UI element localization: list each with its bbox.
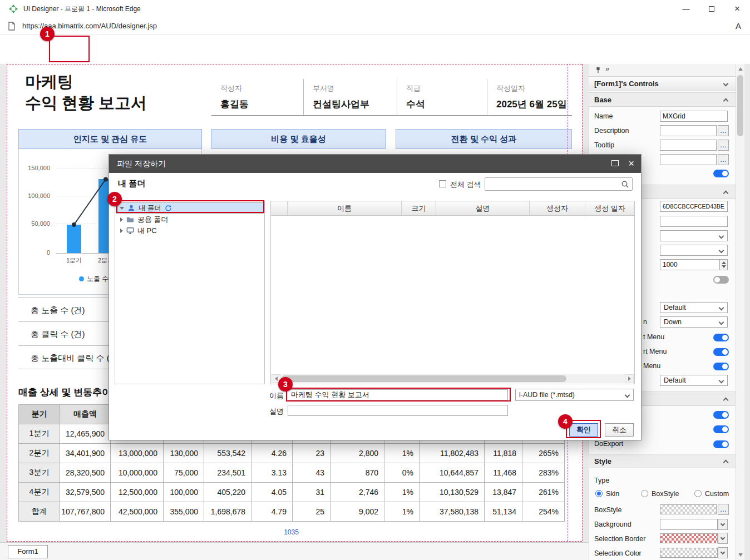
prop-input-6[interactable] xyxy=(660,216,728,227)
dialog-close-icon[interactable]: × xyxy=(628,155,634,173)
radio-boxstyle[interactable] xyxy=(641,490,648,497)
prop-toggle-off[interactable] xyxy=(713,276,729,284)
sales-section-title: 매출 상세 및 변동추이 xyxy=(18,386,111,399)
form-boundary-left xyxy=(7,64,7,541)
form1-tab[interactable]: Form1 xyxy=(8,545,48,558)
dialog-titlebar[interactable]: 파일 저장하기 × xyxy=(109,155,641,173)
prop-select-down[interactable]: Down xyxy=(660,316,728,328)
prop-toggle-1[interactable] xyxy=(713,170,729,177)
prop-toggle-3[interactable] xyxy=(713,425,729,433)
meta-author: 작성자홍길동 xyxy=(211,79,303,115)
meta-position: 직급수석 xyxy=(397,79,487,115)
cell: 11,818 xyxy=(485,444,522,463)
prop-toggle-2[interactable] xyxy=(713,411,729,419)
search-all-checkbox[interactable] xyxy=(439,180,446,187)
file-type-select[interactable]: i-AUD file (*.mtsd) xyxy=(515,389,634,401)
selection-color-swatch[interactable] xyxy=(660,548,718,558)
prop-spinner-buttons[interactable] xyxy=(720,259,728,270)
prop-input-tooltip[interactable] xyxy=(660,140,717,151)
report-tab-awareness[interactable]: 인지도 및 관심 유도 xyxy=(18,129,202,149)
report-meta: 작성자홍길동 부서명컨설팅사업부 직급수석 작성일자2025년 6월 25일 xyxy=(211,79,572,116)
panel-title[interactable]: [Form1]'s Controls xyxy=(589,76,736,91)
cell: 283% xyxy=(522,463,565,483)
prop-ellipsis-4[interactable]: … xyxy=(718,154,729,165)
tree-item-my-pc[interactable]: 내 PC xyxy=(116,225,264,236)
minimize-button[interactable]: — xyxy=(673,0,699,18)
report-tab-cost[interactable]: 비용 및 효율성 xyxy=(211,129,386,149)
prop-ellipsis-tooltip[interactable]: … xyxy=(718,140,729,151)
radio-label-boxstyle[interactable]: BoxStyle xyxy=(652,490,679,498)
tree-label: 내 폴더 xyxy=(139,204,161,213)
section-style[interactable]: Style xyxy=(589,454,736,468)
pin-icon[interactable] xyxy=(594,66,602,74)
cell: 100,000 xyxy=(164,483,204,502)
cell: 75,000 xyxy=(164,463,204,483)
scrollbar-thumb[interactable] xyxy=(737,75,743,136)
file-desc-input[interactable] xyxy=(288,405,508,416)
prop-input-4[interactable] xyxy=(660,154,717,165)
read-aloud-icon[interactable]: A xyxy=(736,21,741,31)
close-button[interactable]: × xyxy=(724,0,750,18)
boxstyle-ellipsis[interactable]: … xyxy=(718,504,729,515)
cell: 11,468 xyxy=(485,463,522,483)
expand-open-icon[interactable] xyxy=(120,207,124,210)
col-created-date[interactable]: 생성 일자 xyxy=(585,201,634,216)
selection-color-dropdown[interactable] xyxy=(718,547,728,558)
boxstyle-swatch[interactable] xyxy=(660,504,717,514)
selection-border-swatch[interactable] xyxy=(660,533,718,543)
col-creator[interactable]: 생성자 xyxy=(530,201,585,216)
prop-select-default-2[interactable]: Default xyxy=(660,375,728,386)
col-size[interactable]: 크기 xyxy=(402,201,436,216)
prop-input-guid[interactable] xyxy=(660,201,728,212)
prop-toggle-menu2[interactable] xyxy=(713,348,729,356)
section-base[interactable]: Base xyxy=(589,92,736,107)
dialog-maximize-icon[interactable] xyxy=(611,160,619,166)
tree-item-shared-folder[interactable]: 공용 폴더 xyxy=(116,214,264,225)
radio-label-skin[interactable]: Skin xyxy=(606,490,619,498)
col-header-quarter[interactable]: 분기 xyxy=(19,405,60,424)
prop-select-2[interactable] xyxy=(660,245,728,256)
prop-select-1[interactable] xyxy=(660,230,728,241)
hscroll-thumb[interactable] xyxy=(282,375,566,382)
address-bar[interactable]: https://aaa.bimatrix.com/AUD/designer.js… xyxy=(0,18,750,34)
collapse-panel-icon[interactable]: » xyxy=(605,65,609,73)
cell: 553,542 xyxy=(204,444,251,463)
tree-item-my-folder[interactable]: 내 폴더 xyxy=(116,202,264,214)
prop-select-default-1[interactable]: Default xyxy=(660,302,728,313)
prop-spinner-input[interactable] xyxy=(660,259,720,270)
cancel-button[interactable]: 취소 xyxy=(605,423,634,437)
radio-skin[interactable] xyxy=(595,490,603,497)
selection-border-dropdown[interactable] xyxy=(718,533,728,544)
radio-custom[interactable] xyxy=(694,490,702,497)
prop-toggle-doexport[interactable] xyxy=(713,440,729,448)
current-folder-title: 내 폴더 xyxy=(118,179,145,189)
page-number: 1035 xyxy=(18,528,564,536)
cell: 28,320,500 xyxy=(60,463,111,483)
prop-toggle-menu3[interactable] xyxy=(713,363,729,370)
radio-label-custom[interactable]: Custom xyxy=(705,490,729,498)
background-input[interactable] xyxy=(660,519,718,530)
prop-input-description[interactable] xyxy=(660,125,717,136)
expand-closed-icon[interactable] xyxy=(120,217,123,222)
search-input[interactable] xyxy=(485,177,633,191)
prop-input-name[interactable] xyxy=(660,111,728,122)
file-list-hscrollbar[interactable] xyxy=(272,374,634,383)
expand-closed-icon[interactable] xyxy=(120,229,123,233)
maximize-button[interactable] xyxy=(699,0,724,18)
scroll-right-button[interactable] xyxy=(625,374,634,383)
prop-label-fragment-menu1: t Menu xyxy=(643,333,664,341)
col-name[interactable]: 이름 xyxy=(288,201,402,216)
ok-button[interactable]: 확인 xyxy=(569,423,598,437)
panel-dock-bar: » xyxy=(589,64,736,76)
col-header-revenue[interactable]: 매출액 xyxy=(60,405,111,424)
background-dropdown[interactable] xyxy=(718,519,728,530)
panel-scrollbar[interactable] xyxy=(736,64,744,560)
report-tab-conversion[interactable]: 전환 및 수익 성과 xyxy=(396,129,572,149)
step-badge-2: 2 xyxy=(107,192,122,206)
prop-toggle-menu1[interactable] xyxy=(713,334,729,341)
file-name-input[interactable] xyxy=(288,389,508,400)
cell: 42,500,000 xyxy=(111,502,164,522)
prop-ellipsis-description[interactable]: … xyxy=(718,125,729,136)
col-description[interactable]: 설명 xyxy=(436,201,530,216)
refresh-icon[interactable] xyxy=(165,205,172,212)
